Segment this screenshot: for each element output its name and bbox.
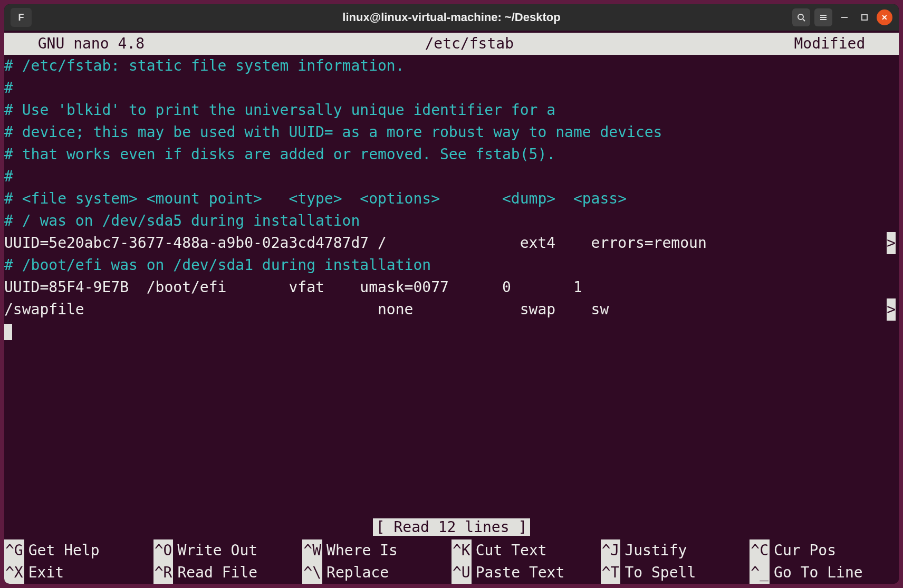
nano-version: GNU nano 4.8 — [4, 33, 145, 55]
shortcut-key: ^C — [750, 539, 770, 562]
shortcut-item: ^XExit — [4, 562, 153, 584]
shortcut-key: ^J — [601, 539, 621, 562]
nano-shortcuts: ^GGet Help^OWrite Out^WWhere Is^KCut Tex… — [4, 539, 899, 584]
terminal-window: F linux@linux-virtual-machine: ~/Desktop… — [4, 4, 899, 584]
nano-modified: Modified — [794, 33, 899, 55]
shortcut-item: ^UPaste Text — [452, 562, 601, 584]
svg-line-1 — [803, 19, 805, 21]
shortcut-label: Paste Text — [472, 562, 565, 584]
editor-line: # device; this may be used with UUID= as… — [4, 121, 899, 143]
shortcut-item: ^KCut Text — [452, 539, 601, 562]
editor-line — [4, 321, 899, 343]
search-icon — [797, 13, 805, 22]
shortcuts-row-2: ^XExit^RRead File^\Replace^UPaste Text^T… — [4, 562, 899, 584]
nano-status-text: [ Read 12 lines ] — [373, 518, 531, 536]
shortcut-item: ^JJustify — [601, 539, 750, 562]
shortcut-label: Replace — [322, 562, 389, 584]
shortcut-label: Get Help — [24, 539, 100, 562]
line-text: # /etc/fstab: static file system informa… — [4, 57, 405, 74]
search-button[interactable] — [792, 8, 810, 26]
shortcut-key: ^W — [302, 539, 322, 562]
app-icon-glyph: F — [18, 12, 24, 23]
line-text: # — [4, 79, 13, 97]
shortcut-item: ^TTo Spell — [601, 562, 750, 584]
shortcut-key: ^U — [452, 562, 472, 584]
shortcut-key: ^O — [153, 539, 174, 562]
shortcut-label: Cur Pos — [770, 539, 836, 562]
editor-content[interactable]: # /etc/fstab: static file system informa… — [4, 55, 899, 343]
shortcut-key: ^G — [4, 539, 24, 562]
line-text: # / was on /dev/sda5 during installation — [4, 212, 360, 229]
editor-line: # /etc/fstab: static file system informa… — [4, 55, 899, 77]
editor-line: # / was on /dev/sda5 during installation — [4, 210, 899, 232]
line-text: # — [4, 168, 13, 185]
close-button[interactable] — [877, 9, 892, 25]
shortcut-key: ^R — [153, 562, 174, 584]
editor-line: # <file system> <mount point> <type> <op… — [4, 188, 899, 210]
shortcut-key: ^\ — [302, 562, 322, 584]
terminal-viewport[interactable]: GNU nano 4.8 /etc/fstab Modified # /etc/… — [4, 31, 899, 584]
shortcut-item: ^\Replace — [302, 562, 452, 584]
minimize-button[interactable] — [837, 9, 852, 25]
line-text: /swapfile none swap sw — [4, 301, 724, 318]
shortcuts-row-1: ^GGet Help^OWrite Out^WWhere Is^KCut Tex… — [4, 539, 899, 562]
nano-header-bar: GNU nano 4.8 /etc/fstab Modified — [4, 33, 899, 55]
shortcut-item: ^RRead File — [153, 562, 303, 584]
nano-filename: /etc/fstab — [145, 33, 794, 55]
svg-point-0 — [798, 14, 803, 20]
line-text: # that works even if disks are added or … — [4, 146, 555, 163]
hamburger-icon — [819, 13, 828, 22]
menu-button[interactable] — [814, 8, 832, 26]
shortcut-label: Read File — [173, 562, 257, 584]
shortcut-key: ^X — [4, 562, 24, 584]
editor-line: UUID=5e20abc7-3677-488a-a9b0-02a3cd4787d… — [4, 232, 899, 254]
editor-line: /swapfile none swap sw > — [4, 298, 899, 321]
line-truncation-indicator: > — [887, 232, 896, 254]
terminal-app-icon[interactable]: F — [11, 8, 32, 27]
shortcut-item: ^WWhere Is — [302, 539, 452, 562]
window-title: linux@linux-virtual-machine: ~/Desktop — [4, 11, 899, 24]
titlebar-right-controls — [792, 8, 899, 26]
shortcut-item: ^GGet Help — [4, 539, 153, 562]
shortcut-label: To Spell — [620, 562, 696, 584]
nano-status-bar: [ Read 12 lines ] — [4, 516, 899, 538]
text-cursor — [4, 324, 12, 340]
shortcut-item: ^_Go To Line — [750, 562, 899, 584]
shortcut-key: ^_ — [750, 562, 770, 584]
line-text: UUID=85F4-9E7B /boot/efi vfat umask=0077… — [4, 278, 582, 296]
shortcut-label: Where Is — [322, 539, 398, 562]
line-text: # device; this may be used with UUID= as… — [4, 123, 662, 141]
line-text: # Use 'blkid' to print the universally u… — [4, 101, 555, 119]
shortcut-label: Justify — [620, 539, 687, 562]
editor-line: # — [4, 77, 899, 99]
line-truncation-indicator: > — [887, 298, 896, 321]
maximize-button[interactable] — [857, 9, 872, 25]
shortcut-label: Write Out — [173, 539, 257, 562]
shortcut-key: ^K — [452, 539, 472, 562]
shortcut-label: Exit — [24, 562, 64, 584]
editor-line: # that works even if disks are added or … — [4, 143, 899, 166]
shortcut-label: Go To Line — [770, 562, 863, 584]
shortcut-item: ^OWrite Out — [153, 539, 303, 562]
line-text: # <file system> <mount point> <type> <op… — [4, 190, 627, 207]
editor-line: # Use 'blkid' to print the universally u… — [4, 99, 899, 121]
window-titlebar[interactable]: F linux@linux-virtual-machine: ~/Desktop — [4, 4, 899, 31]
shortcut-key: ^T — [601, 562, 621, 584]
editor-line: UUID=85F4-9E7B /boot/efi vfat umask=0077… — [4, 276, 899, 298]
shortcut-item: ^CCur Pos — [750, 539, 899, 562]
editor-line: # — [4, 166, 899, 188]
line-text: # /boot/efi was on /dev/sda1 during inst… — [4, 256, 431, 274]
line-text: UUID=5e20abc7-3677-488a-a9b0-02a3cd4787d… — [4, 234, 707, 252]
editor-line: # /boot/efi was on /dev/sda1 during inst… — [4, 254, 899, 276]
shortcut-label: Cut Text — [472, 539, 547, 562]
